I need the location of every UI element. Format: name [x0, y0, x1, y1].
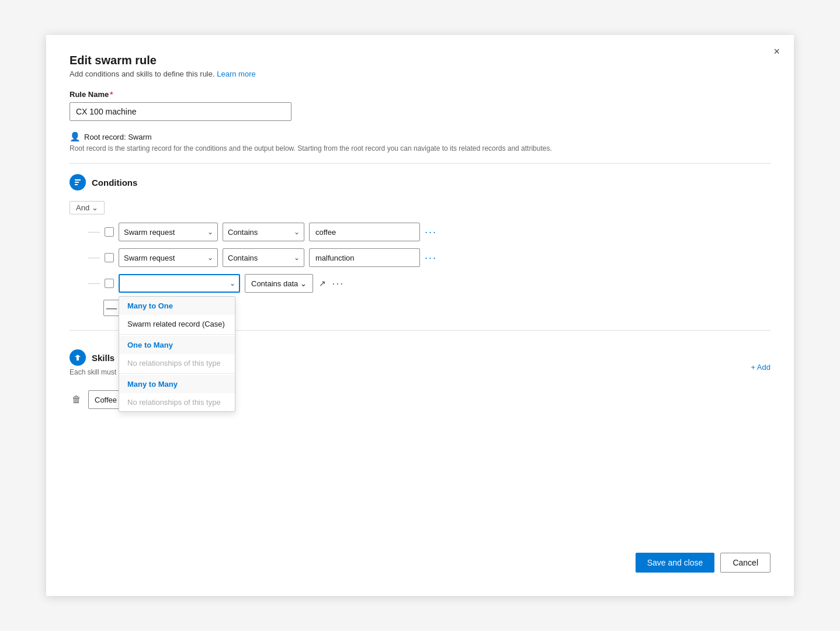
delete-skill-btn[interactable]: 🗑: [70, 392, 84, 407]
field-select-1[interactable]: Swarm request: [119, 223, 218, 241]
footer-actions: Save and close Cancel: [636, 553, 770, 573]
connector-3: [88, 283, 100, 284]
modal-subtitle: Add conditions and skills to define this…: [70, 70, 770, 78]
svg-rect-1: [75, 182, 79, 183]
svg-rect-2: [75, 184, 78, 185]
conditions-icon: [70, 174, 86, 190]
conditions-area: And ⌄ Swarm request Contains Does not co…: [70, 201, 770, 316]
dropdown-category-many-to-many: Many to Many: [119, 375, 235, 393]
field-dropdown-popup-3: Many to One Swarm related record (Case) …: [119, 296, 235, 412]
root-record-icon: 👤: [70, 131, 81, 142]
close-button[interactable]: ×: [773, 46, 780, 58]
field-select-2[interactable]: Swarm request: [119, 248, 218, 267]
contains-data-btn[interactable]: Contains data ⌄: [245, 274, 313, 293]
condition-checkbox-1[interactable]: [105, 227, 114, 237]
more-options-btn-3[interactable]: ···: [332, 278, 344, 290]
skills-title: Skills: [92, 353, 114, 363]
dropdown-empty-one-to-many: No relationships of this type: [119, 354, 235, 372]
field-dropdown-input-3[interactable]: [119, 274, 240, 293]
learn-more-link[interactable]: Learn more: [217, 70, 255, 78]
condition-row-1: Swarm request Contains Does not contain …: [88, 223, 770, 241]
condition-row-3: ⌄ Many to One Swarm related record (Case…: [88, 274, 770, 293]
dropdown-item-swarm-case[interactable]: Swarm related record (Case): [119, 315, 235, 333]
operator-select-wrapper-1: Contains Does not contain Equals: [223, 223, 304, 241]
dropdown-category-one-to-many: One to Many: [119, 336, 235, 354]
root-record-label: Root record: Swarm: [84, 133, 152, 141]
edit-swarm-rule-modal: × Edit swarm rule Add conditions and ski…: [46, 35, 794, 596]
skills-icon: [70, 349, 86, 366]
value-input-2[interactable]: [309, 248, 420, 267]
and-button[interactable]: And ⌄: [70, 201, 105, 214]
operator-select-2[interactable]: Contains Does not contain Equals: [223, 248, 304, 267]
dropdown-category-many-to-one: Many to One: [119, 297, 235, 315]
root-record-description: Root record is the starting record for t…: [70, 144, 770, 152]
connector-1: [88, 232, 100, 233]
field-dropdown-wrapper-3: ⌄ Many to One Swarm related record (Case…: [119, 274, 240, 293]
section-divider: [70, 163, 770, 164]
conditions-section-header: Conditions: [70, 174, 770, 190]
operator-select-1[interactable]: Contains Does not contain Equals: [223, 223, 304, 241]
conditions-title: Conditions: [92, 178, 137, 188]
expand-icon-btn[interactable]: ↗︎: [317, 276, 328, 290]
root-record-section: 👤 Root record: Swarm: [70, 131, 770, 142]
add-condition-btn[interactable]: —: [103, 300, 120, 316]
more-options-btn-1[interactable]: ···: [425, 226, 437, 238]
condition-checkbox-3[interactable]: [105, 279, 114, 288]
condition-checkbox-2[interactable]: [105, 253, 114, 262]
value-input-1[interactable]: [309, 223, 420, 241]
rule-name-input[interactable]: [70, 102, 291, 121]
connector-2: [88, 258, 100, 258]
conditions-block: Swarm request Contains Does not contain …: [70, 223, 770, 316]
rule-name-label: Rule Name*: [70, 90, 770, 99]
modal-title: Edit swarm rule: [70, 54, 770, 67]
add-skill-button[interactable]: + Add: [751, 363, 770, 372]
contains-data-wrapper: Contains data ⌄ ↗︎ ···: [245, 274, 344, 293]
svg-rect-0: [75, 179, 81, 181]
field-select-wrapper-1: Swarm request: [119, 223, 218, 241]
condition-row-2: Swarm request Contains Does not contain …: [88, 248, 770, 267]
operator-select-wrapper-2: Contains Does not contain Equals: [223, 248, 304, 267]
cancel-button[interactable]: Cancel: [720, 553, 770, 573]
more-options-btn-2[interactable]: ···: [425, 252, 437, 264]
rule-name-section: Rule Name*: [70, 90, 770, 121]
save-and-close-button[interactable]: Save and close: [636, 553, 715, 573]
dropdown-empty-many-to-many: No relationships of this type: [119, 393, 235, 411]
field-select-wrapper-2: Swarm request: [119, 248, 218, 267]
